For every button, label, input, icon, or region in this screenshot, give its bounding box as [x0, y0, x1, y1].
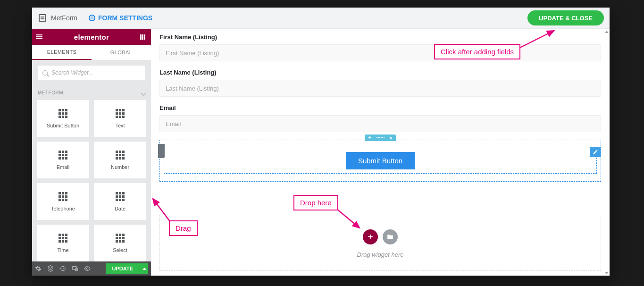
- widget-email[interactable]: Email: [37, 142, 89, 178]
- chevron-down-icon: [141, 90, 146, 95]
- scroll-down-icon[interactable]: [604, 270, 610, 276]
- drop-hint-text: Drag widget here: [357, 251, 404, 258]
- search-input[interactable]: Search Widget...: [38, 66, 145, 80]
- add-template-button[interactable]: [383, 229, 398, 244]
- tab-elements[interactable]: ELEMENTS: [32, 45, 92, 60]
- panel-header-title: elementor: [74, 33, 109, 41]
- form-settings-button[interactable]: FORM SETTINGS: [89, 14, 152, 22]
- update-and-close-button[interactable]: UPDATE & CLOSE: [527, 10, 604, 25]
- active-section[interactable]: Submit Button: [159, 140, 601, 182]
- navigator-icon[interactable]: [47, 265, 54, 272]
- first-name-input[interactable]: First Name (Listing): [159, 44, 601, 61]
- widget-select[interactable]: Select: [94, 225, 146, 261]
- brand-label: MetForm: [51, 14, 77, 22]
- widget-time[interactable]: Time: [37, 225, 89, 261]
- widget-category-header[interactable]: METFORM: [32, 85, 151, 100]
- column[interactable]: Submit Button: [164, 148, 597, 174]
- widget-submit-button[interactable]: Submit Button: [37, 100, 89, 137]
- last-name-input[interactable]: Last Name (Listing): [159, 80, 601, 97]
- menu-icon[interactable]: [36, 34, 44, 39]
- elementor-panel: elementor ELEMENTS GLOBAL Search Widget.…: [32, 29, 151, 276]
- preview-icon[interactable]: [84, 265, 91, 272]
- field-first-name[interactable]: First Name (Listing) First Name (Listing…: [159, 34, 601, 61]
- field-label: First Name (Listing): [159, 34, 601, 41]
- field-last-name[interactable]: Last Name (Listing) Last Name (Listing): [159, 69, 601, 97]
- panel-update-button[interactable]: UPDATE: [106, 263, 140, 274]
- section-toolbar: [365, 135, 396, 141]
- panel-footer: UPDATE: [32, 261, 151, 276]
- widget-edit-handle[interactable]: [590, 147, 601, 157]
- apps-icon[interactable]: [139, 34, 147, 40]
- add-section-button[interactable]: +: [363, 229, 378, 244]
- widget-text[interactable]: Text: [94, 100, 146, 137]
- panel-tabs: ELEMENTS GLOBAL: [32, 45, 151, 60]
- annotation-drag: Drag: [169, 220, 198, 236]
- panel-update-dropdown[interactable]: [140, 263, 148, 274]
- field-email[interactable]: Email Email: [159, 104, 601, 132]
- elementor-e-icon: [39, 14, 46, 22]
- section-add-button[interactable]: [365, 135, 375, 141]
- vertical-scrollbar[interactable]: [604, 29, 610, 276]
- widget-number[interactable]: Number: [94, 142, 146, 178]
- widget-grid: Submit Button Text Email Number Telephon…: [32, 100, 151, 261]
- canvas: First Name (Listing) First Name (Listing…: [151, 29, 610, 276]
- responsive-icon[interactable]: [72, 265, 78, 272]
- drop-zone[interactable]: + Drag widget here: [159, 215, 601, 271]
- tab-global[interactable]: GLOBAL: [92, 45, 151, 60]
- annotation-click-after: Click after adding fields: [434, 44, 520, 59]
- email-input[interactable]: Email: [159, 115, 601, 132]
- section-tab-handle[interactable]: [158, 144, 165, 158]
- search-icon: [42, 70, 48, 76]
- submit-button-widget[interactable]: Submit Button: [346, 152, 415, 169]
- metform-topbar: MetForm FORM SETTINGS UPDATE & CLOSE: [32, 8, 610, 29]
- history-icon[interactable]: [59, 265, 66, 272]
- field-label: Last Name (Listing): [159, 69, 601, 76]
- section-drag-handle[interactable]: [375, 135, 385, 141]
- category-label: METFORM: [38, 90, 63, 95]
- scroll-up-icon[interactable]: [604, 29, 610, 34]
- search-placeholder: Search Widget...: [51, 69, 93, 76]
- gear-icon: [89, 15, 95, 21]
- widget-telephone[interactable]: Telephone: [37, 183, 89, 220]
- panel-header: elementor: [32, 29, 151, 45]
- svg-point-3: [86, 268, 88, 269]
- widget-date[interactable]: Date: [94, 183, 146, 220]
- form-settings-label: FORM SETTINGS: [98, 14, 152, 22]
- settings-icon[interactable]: [35, 265, 42, 272]
- annotation-drop-here: Drop here: [293, 195, 338, 210]
- field-label: Email: [159, 104, 601, 111]
- section-delete-button[interactable]: [385, 135, 396, 141]
